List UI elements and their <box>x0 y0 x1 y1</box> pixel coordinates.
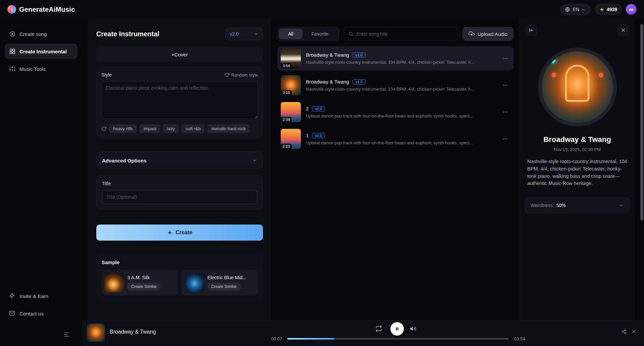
sidebar-footer: Invite & Earn Contact us <box>5 288 77 323</box>
tab-favorite[interactable]: Favorite <box>303 29 338 39</box>
song-row[interactable]: 2:34 2 v2.0 Upbeat dance-pop track with … <box>277 100 514 124</box>
cover-button[interactable]: +Cover <box>96 47 263 62</box>
create-panel-header: Create Instrumental v2.0 <box>96 28 263 40</box>
chips-refresh-icon[interactable] <box>101 126 106 131</box>
share-icon[interactable] <box>621 329 627 334</box>
sidebar-item-label: Contact us <box>19 311 44 316</box>
search-icon <box>348 31 354 37</box>
collapse-panel-button[interactable] <box>525 24 537 36</box>
style-card: Style Random style heavy riffs impact la… <box>96 67 263 138</box>
song-row[interactable]: 2:23 1 v2.0 Upbeat dance-pop track with … <box>277 127 514 151</box>
sample-item[interactable]: Electric Blue Mid... Create Similar <box>182 270 258 295</box>
sample-row: 3 A.M. Silk Create Similar Electric Blue… <box>102 270 258 295</box>
language-selector[interactable]: EN <box>560 4 590 15</box>
chevron-down-icon <box>619 203 624 208</box>
scrollbar-thumb[interactable] <box>640 24 643 220</box>
bolt-icon <box>9 293 16 299</box>
detail-song-date: Nov 19, 2025, 02:30 PM <box>525 147 629 152</box>
refresh-icon <box>225 72 229 77</box>
detail-song-description: Nashville-style roots-country instrument… <box>527 158 627 187</box>
sliders-icon <box>9 65 16 72</box>
song-title: 2 <box>306 106 309 111</box>
pause-button[interactable] <box>390 322 404 336</box>
advanced-options-toggle[interactable]: Advanced Options <box>96 152 263 169</box>
song-duration: 2:34 <box>281 117 292 122</box>
create-similar-button[interactable]: Create Similar <box>208 283 240 291</box>
album-art <box>542 51 613 123</box>
upload-audio-button[interactable]: Upload Audio <box>463 27 514 41</box>
player-song-title: Broadway & Twang <box>110 329 156 335</box>
song-row[interactable]: 3:54 Broadway & Twang v1.0 Nashville-sty… <box>277 46 514 70</box>
search-input[interactable] <box>356 31 453 37</box>
repeat-icon[interactable] <box>375 325 382 332</box>
song-row[interactable]: 3:15 Broadway & Twang v1.0 Nashville-sty… <box>277 73 514 97</box>
language-label: EN <box>573 7 579 12</box>
style-header: Style Random style <box>101 72 258 78</box>
volume-icon[interactable] <box>410 325 417 332</box>
song-description: Nashville-style roots-country instrument… <box>306 60 500 65</box>
sample-title: 3 A.M. Silk <box>127 275 160 280</box>
sidebar-item-label: Music Tools <box>19 66 46 72</box>
song-menu-icon[interactable] <box>500 82 510 88</box>
player-close-icon[interactable] <box>631 329 637 334</box>
credits-badge[interactable]: 4939 <box>595 4 622 15</box>
song-main: 1 v2.0 Upbeat dance-pop track with four-… <box>306 133 500 145</box>
title-label: Title <box>102 181 257 186</box>
song-title: 1 <box>306 133 309 138</box>
jukebox-light <box>599 73 603 77</box>
create-button[interactable]: Create <box>96 225 263 241</box>
sidebar-item-music-tools[interactable]: Music Tools <box>5 61 77 77</box>
song-description: Upbeat dance-pop track with four-on-the-… <box>306 140 500 145</box>
sidebar-item-create-instrumental[interactable]: Create Instrumental <box>5 44 77 59</box>
sidebar-collapse-icon[interactable] <box>63 331 70 338</box>
sidebar-item-create-song[interactable]: Create song <box>5 26 77 42</box>
style-chip[interactable]: impact <box>140 124 160 133</box>
sample-label: Sample <box>102 259 258 265</box>
version-value: v2.0 <box>230 31 238 37</box>
title-input[interactable] <box>102 190 257 204</box>
song-artwork: 2:34 <box>281 102 301 122</box>
tab-all[interactable]: All <box>279 29 303 39</box>
song-menu-icon[interactable] <box>500 55 510 61</box>
song-detail-panel: Broadway & Twang Nov 19, 2025, 02:30 PM … <box>520 19 635 346</box>
version-select[interactable]: v2.0 <box>225 28 263 40</box>
title-card: Title <box>96 175 263 210</box>
topbar-right: EN 4939 m <box>560 4 637 15</box>
song-list-header: All Favorite Upload Audio <box>277 27 514 41</box>
style-chip[interactable]: soft r&b <box>181 124 205 133</box>
sample-section: Sample 3 A.M. Silk Create Similar Electr… <box>96 254 263 301</box>
version-badge: v1.0 <box>353 79 366 85</box>
random-style-button[interactable]: Random style <box>225 72 258 78</box>
sample-item[interactable]: 3 A.M. Silk Create Similar <box>102 270 178 295</box>
grid-icon <box>9 48 16 55</box>
sidebar-item-invite-earn[interactable]: Invite & Earn <box>5 288 77 304</box>
sidebar-item-label: Invite & Earn <box>19 293 48 299</box>
weirdness-dropdown[interactable]: Weirdness: 50% <box>525 197 629 213</box>
style-chip[interactable]: lazy <box>163 124 179 133</box>
version-badge: v1.0 <box>353 52 366 58</box>
upload-cloud-icon <box>469 31 475 37</box>
random-style-label: Random style <box>231 72 258 78</box>
sidebar-item-contact-us[interactable]: Contact us <box>5 306 77 321</box>
song-menu-icon[interactable] <box>500 109 510 115</box>
disc-icon <box>9 31 16 37</box>
sidebar-item-label: Create Instrumental <box>19 49 67 54</box>
style-input[interactable] <box>101 81 258 119</box>
app-logo[interactable]: ♪ GenerateAiMusic <box>7 5 75 14</box>
progress-bar[interactable] <box>287 338 509 340</box>
sample-artwork <box>185 273 204 292</box>
weirdness-value: 50% <box>556 203 566 208</box>
jukebox-arch <box>565 65 589 102</box>
user-avatar[interactable]: m <box>626 4 637 15</box>
close-panel-button[interactable] <box>617 24 629 36</box>
version-badge: v2.0 <box>312 106 325 111</box>
player-artwork <box>87 324 105 342</box>
song-search[interactable] <box>344 27 458 41</box>
song-title: Broadway & Twang <box>306 79 349 85</box>
style-chip[interactable]: melodic hard rock <box>207 124 250 133</box>
song-menu-icon[interactable] <box>500 136 510 142</box>
style-chip[interactable]: heavy riffs <box>109 124 137 133</box>
song-tabs: All Favorite <box>277 27 339 41</box>
sample-title: Electric Blue Mid... <box>208 275 247 280</box>
create-similar-button[interactable]: Create Similar <box>127 283 160 291</box>
